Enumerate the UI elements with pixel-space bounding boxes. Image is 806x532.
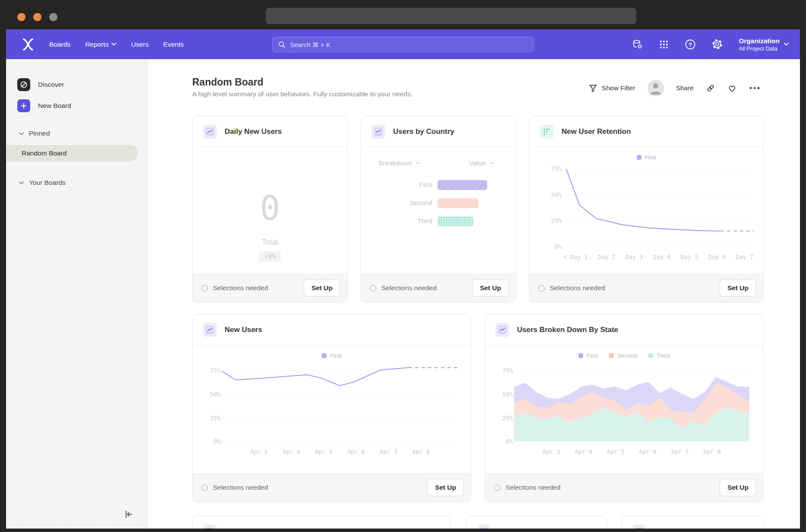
- bar-label: Second: [377, 199, 432, 207]
- status-ring-icon: [538, 285, 545, 291]
- page-subtitle: A high-level summary of user behaviors. …: [192, 90, 413, 98]
- discover-compass-icon: [17, 78, 30, 91]
- sidebar-item-new-board[interactable]: New Board: [17, 99, 71, 112]
- traffic-lights: [17, 13, 57, 21]
- nav-item-users[interactable]: Users: [131, 41, 148, 48]
- setup-button[interactable]: Set Up: [720, 279, 756, 297]
- line-chart-icon: [203, 525, 217, 529]
- nav-item-boards[interactable]: Boards: [49, 41, 70, 48]
- help-icon[interactable]: ?: [685, 39, 696, 50]
- card-status: Selections needed: [201, 484, 268, 491]
- svg-text:?: ?: [689, 41, 692, 48]
- board-main: Random Board A high-level summary of use…: [148, 59, 800, 529]
- avatar[interactable]: [647, 80, 664, 96]
- mixpanel-logo-icon[interactable]: [22, 38, 35, 51]
- setup-button[interactable]: Set Up: [720, 479, 756, 496]
- retention-line-chart: [566, 165, 754, 251]
- card-title: New User Retention: [562, 127, 631, 136]
- legend-swatch-third: [648, 353, 653, 358]
- ellipsis-icon: [749, 86, 760, 90]
- bar-label: First: [377, 181, 432, 189]
- setup-button[interactable]: Set Up: [304, 279, 340, 297]
- sidebar-item-random-board[interactable]: Random Board: [6, 145, 138, 162]
- chevron-down-icon: [19, 181, 24, 184]
- copy-link-button[interactable]: [706, 83, 715, 93]
- setup-button[interactable]: Set Up: [472, 279, 509, 297]
- card-title: Stacked Line Graph: [225, 527, 294, 529]
- favorite-button[interactable]: [727, 84, 737, 92]
- nav-item-label: Boards: [49, 41, 70, 48]
- link-icon: [706, 83, 715, 93]
- xtick: Day 7: [736, 253, 753, 260]
- global-search[interactable]: [272, 37, 534, 52]
- zoom-window-button[interactable]: [49, 13, 57, 21]
- line-chart-icon: [203, 323, 217, 337]
- close-window-button[interactable]: [17, 13, 25, 21]
- sidebar-item-label: Random Board: [22, 149, 67, 157]
- search-icon: [279, 41, 286, 48]
- card-title: Daily New Users: [225, 127, 282, 136]
- status-ring-icon: [494, 484, 500, 491]
- card-title: Active Users: [654, 527, 698, 529]
- share-button[interactable]: Share: [676, 84, 694, 92]
- xtick: Apr 6: [347, 448, 365, 455]
- bar-first: [438, 180, 487, 190]
- org-switcher[interactable]: Organization All Project Data: [739, 37, 789, 51]
- nav-item-reports[interactable]: Reports: [85, 41, 116, 48]
- ytick: 25%: [540, 217, 562, 224]
- sidebar-section-pinned[interactable]: Pinned: [19, 130, 50, 137]
- sidebar-collapse-button[interactable]: [124, 509, 134, 521]
- xtick: Day 6: [708, 253, 726, 260]
- ytick: 50%: [199, 391, 221, 398]
- ytick: 0%: [492, 438, 513, 445]
- line-chart-icon: [203, 125, 217, 139]
- xtick-row: Apr 3 Apr 4 Apr 5 Apr 6 Apr 7 Apr 8: [514, 448, 749, 455]
- xtick: Apr 6: [639, 448, 657, 455]
- share-label: Share: [676, 84, 694, 92]
- xtick: Apr 7: [380, 448, 397, 455]
- more-options-button[interactable]: [749, 86, 760, 90]
- xtick: Apr 8: [703, 448, 721, 455]
- setup-button[interactable]: Set Up: [427, 479, 464, 496]
- legend-label: First: [330, 352, 341, 359]
- sidebar-section-your-boards[interactable]: Your Boards: [19, 179, 66, 187]
- nav-item-label: Reports: [85, 41, 108, 48]
- xtick: Apr 7: [671, 448, 689, 455]
- status-text: Selections needed: [505, 484, 561, 491]
- line-chart-icon: [477, 525, 491, 529]
- breakdown-dropdown[interactable]: Breakdown: [378, 159, 420, 167]
- show-filter-button[interactable]: Show Filter: [589, 84, 635, 92]
- status-ring-icon: [201, 285, 208, 291]
- xtick: < Day 1: [563, 253, 588, 260]
- xtick: Apr 5: [315, 448, 333, 455]
- metric-value: 0: [193, 189, 347, 228]
- chevron-down-icon: [111, 43, 116, 46]
- apps-grid-icon[interactable]: [659, 39, 669, 50]
- chevron-down-icon: [19, 132, 24, 135]
- nav-item-label: Users: [131, 41, 148, 48]
- data-management-icon[interactable]: [632, 39, 643, 50]
- legend-label: First: [645, 154, 656, 161]
- search-input[interactable]: [290, 41, 527, 48]
- browser-url-bar[interactable]: [266, 8, 636, 24]
- legend-swatch-first: [322, 353, 327, 358]
- new-users-line-chart: [222, 366, 458, 448]
- ytick: 75%: [540, 165, 562, 172]
- chart-legend: First: [530, 154, 763, 161]
- value-label: Value: [469, 159, 486, 167]
- line-chart-icon: [371, 125, 385, 139]
- retention-grid-icon: [540, 125, 554, 139]
- card-title: Users by Country: [393, 127, 454, 136]
- xtick-row: < Day 1 Day 2 Day 3 Day 4 Day 5 Day 6 Da…: [563, 253, 758, 260]
- ytick: 50%: [492, 391, 513, 398]
- chevron-down-icon: [489, 162, 494, 165]
- settings-gear-icon[interactable]: [711, 38, 723, 50]
- minimize-window-button[interactable]: [33, 13, 41, 21]
- sidebar-item-discover[interactable]: Discover: [17, 78, 64, 91]
- chart-legend: First: [193, 352, 471, 359]
- nav-item-events[interactable]: Events: [163, 41, 184, 48]
- ytick: 75%: [199, 367, 221, 374]
- screenshot-stage: Boards Reports Users Events: [0, 0, 806, 532]
- xtick: Day 3: [625, 253, 643, 260]
- value-dropdown[interactable]: Value: [469, 159, 494, 167]
